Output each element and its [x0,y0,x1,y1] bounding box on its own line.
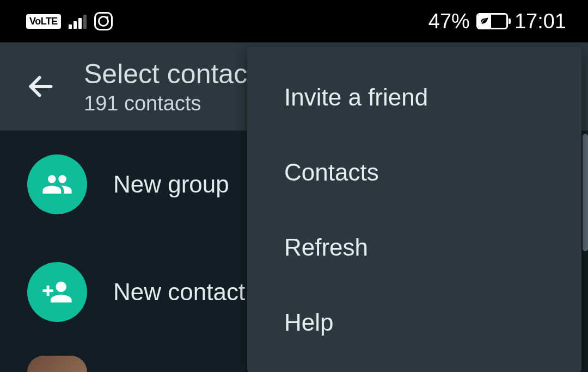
new-contact-label: New contact [113,278,245,306]
status-bar: VoLTE 47% 17:01 [0,0,588,42]
group-icon [27,154,87,214]
new-group-label: New group [113,171,229,198]
menu-contacts[interactable]: Contacts [247,135,581,210]
overflow-menu: Invite a friend Contacts Refresh Help [247,47,581,372]
add-person-icon [27,262,87,322]
menu-refresh[interactable]: Refresh [247,210,581,285]
page-title: Select contact [84,58,255,90]
status-left-group: VoLTE [26,12,113,30]
instagram-notification-icon [94,12,113,30]
signal-icon [69,14,87,29]
arrow-left-icon [26,71,56,102]
menu-help[interactable]: Help [247,285,581,360]
app-bar-text: Select contact 191 contacts [84,58,255,115]
status-right-group: 47% 17:01 [428,10,566,33]
menu-invite-friend[interactable]: Invite a friend [247,60,581,135]
battery-percent: 47% [428,10,470,33]
scrollbar[interactable] [583,134,588,251]
contact-count: 191 contacts [84,92,255,115]
volte-badge: VoLTE [26,14,61,29]
back-button[interactable] [22,67,60,106]
clock-time: 17:01 [514,10,566,33]
contact-avatar-partial[interactable] [27,356,87,372]
battery-icon [476,13,508,29]
